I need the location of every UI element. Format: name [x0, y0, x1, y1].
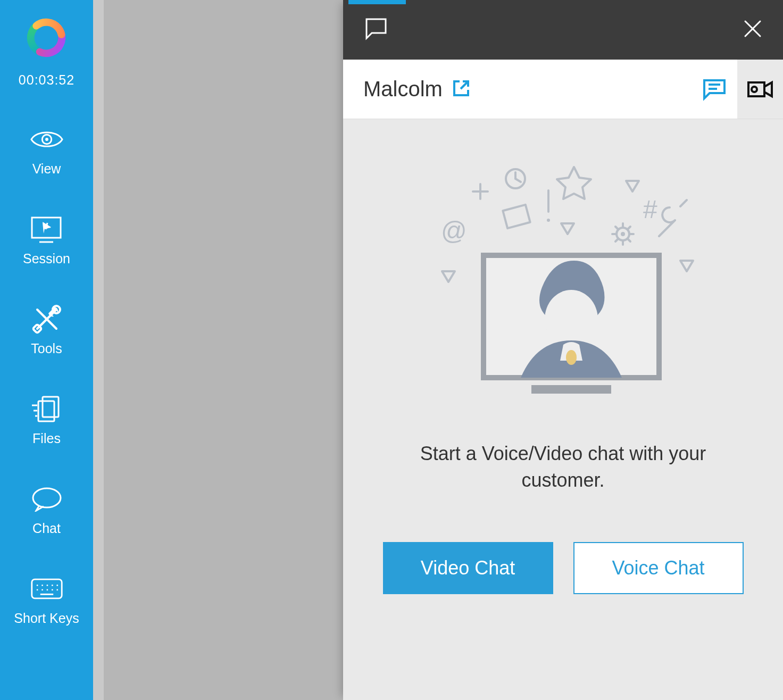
remote-desktop-area	[93, 0, 343, 700]
svg-line-33	[461, 81, 468, 89]
svg-point-44	[547, 219, 550, 222]
chat-filled-icon	[702, 77, 727, 102]
svg-text:#: #	[643, 195, 657, 223]
logo-block: 00:03:52	[19, 15, 74, 88]
popout-icon[interactable]	[452, 79, 470, 99]
video-camera-icon	[747, 79, 773, 99]
tools-icon	[30, 305, 63, 334]
close-icon[interactable]	[743, 19, 763, 41]
voice-chat-button[interactable]: Voice Chat	[573, 542, 744, 594]
panel-top-bar	[343, 0, 783, 60]
tab-video-chat[interactable]	[737, 60, 783, 119]
app-logo-icon	[23, 15, 69, 61]
monitor-icon	[30, 215, 63, 244]
sidebar-item-label: View	[32, 161, 61, 177]
svg-text:@: @	[441, 216, 467, 245]
svg-rect-14	[38, 401, 54, 421]
button-row: Video Chat Voice Chat	[383, 542, 744, 594]
svg-point-26	[41, 589, 43, 590]
sidebar-item-chat[interactable]: Chat	[30, 485, 63, 536]
svg-point-25	[36, 589, 38, 590]
svg-point-59	[566, 350, 577, 365]
svg-rect-13	[43, 397, 59, 417]
svg-point-20	[36, 585, 38, 586]
svg-rect-42	[503, 205, 530, 228]
chat-bubble-icon	[30, 485, 63, 513]
chat-panel: Malcolm	[343, 0, 783, 700]
eye-icon	[30, 125, 63, 154]
video-chat-button[interactable]: Video Chat	[383, 542, 553, 594]
svg-point-21	[41, 585, 43, 586]
sidebar-item-label: Session	[23, 251, 70, 266]
cta-text: Start a Voice/Video chat with your custo…	[398, 440, 728, 494]
svg-point-29	[56, 589, 58, 590]
svg-line-40	[515, 179, 521, 182]
svg-line-52	[615, 227, 618, 229]
session-timer: 00:03:52	[19, 72, 74, 88]
svg-line-54	[628, 227, 630, 229]
chat-outline-icon[interactable]	[363, 16, 389, 44]
panel-body: @ #	[343, 119, 783, 700]
svg-point-18	[33, 488, 61, 507]
mode-tabs	[692, 60, 783, 119]
svg-point-58	[545, 290, 598, 348]
sidebar: 00:03:52 View	[0, 0, 93, 700]
svg-point-37	[752, 87, 757, 92]
svg-point-24	[56, 585, 58, 586]
tab-text-chat[interactable]	[692, 60, 737, 119]
sidebar-item-shortkeys[interactable]: Short Keys	[14, 574, 79, 626]
sidebar-item-tools[interactable]: Tools	[30, 305, 63, 356]
sidebar-item-files[interactable]: Files	[30, 395, 63, 446]
active-tab-indicator	[348, 0, 406, 4]
video-chat-illustration: @ #	[393, 149, 734, 415]
svg-point-28	[51, 589, 53, 590]
sidebar-item-label: Short Keys	[14, 611, 79, 626]
sidebar-item-label: Chat	[32, 521, 61, 536]
sidebar-item-session[interactable]: Session	[23, 215, 70, 266]
sidebar-nav: View Session	[0, 125, 93, 626]
svg-point-23	[51, 585, 53, 586]
svg-rect-19	[31, 579, 61, 598]
sidebar-item-view[interactable]: View	[30, 125, 63, 177]
panel-sub-header: Malcolm	[343, 60, 783, 119]
files-icon	[30, 395, 63, 423]
svg-rect-57	[531, 385, 611, 394]
svg-line-55	[615, 239, 618, 241]
svg-point-47	[621, 232, 625, 236]
svg-point-22	[46, 585, 48, 586]
sidebar-item-label: Tools	[31, 341, 62, 356]
svg-point-4	[45, 138, 48, 141]
sidebar-item-label: Files	[32, 431, 61, 446]
keyboard-icon	[30, 574, 63, 603]
svg-line-53	[628, 239, 630, 241]
svg-point-27	[46, 589, 48, 590]
customer-name: Malcolm	[363, 77, 443, 101]
